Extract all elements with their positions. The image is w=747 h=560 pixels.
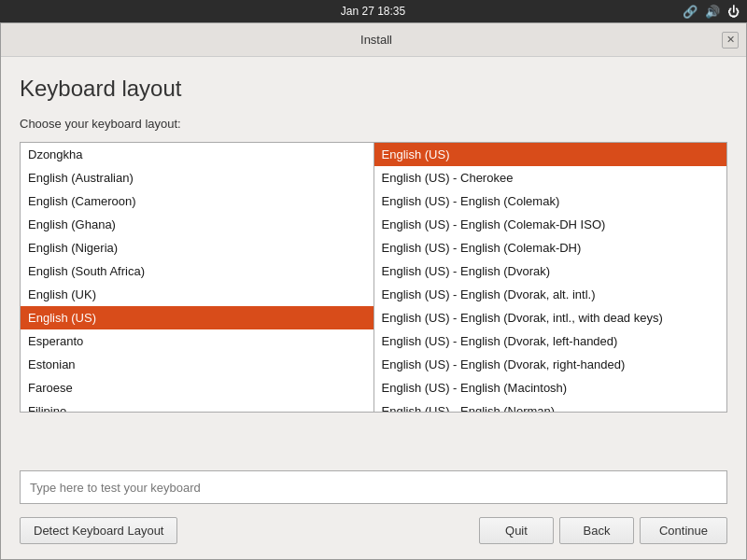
list-item[interactable]: Faroese — [21, 376, 374, 399]
list-item[interactable]: English (US) - English (Colemak) — [374, 189, 727, 213]
list-item[interactable]: English (US) — [374, 143, 727, 166]
window-title: Install — [31, 33, 722, 47]
top-bar-right: 🔗 🔊 ⏻ — [683, 5, 740, 19]
title-bar: Install ✕ — [1, 23, 746, 57]
language-list[interactable]: DzongkhaEnglish (Australian)English (Cam… — [20, 142, 374, 413]
list-item[interactable]: English (US) - Cherokee — [374, 166, 727, 189]
list-item[interactable]: English (US) - English (Dvorak, left-han… — [374, 329, 727, 353]
list-item[interactable]: English (Ghana) — [21, 213, 374, 236]
list-item[interactable]: English (US) - English (Dvorak) — [374, 259, 727, 283]
list-item[interactable]: Estonian — [21, 353, 374, 376]
top-bar: Jan 27 18:35 🔗 🔊 ⏻ — [0, 0, 747, 22]
list-item[interactable]: English (US) - English (Colemak-DH ISO) — [374, 213, 727, 236]
subtitle: Choose your keyboard layout: — [20, 117, 727, 131]
quit-button[interactable]: Quit — [479, 517, 554, 544]
top-bar-datetime: Jan 27 18:35 — [341, 5, 405, 18]
detect-keyboard-button[interactable]: Detect Keyboard Layout — [20, 517, 177, 544]
back-button[interactable]: Back — [559, 517, 634, 544]
list-item[interactable]: Filipino — [21, 399, 374, 413]
continue-button[interactable]: Continue — [640, 517, 727, 544]
bottom-row: Detect Keyboard Layout Quit Back Continu… — [20, 517, 727, 544]
list-item[interactable]: English (US) - English (Colemak-DH) — [374, 236, 727, 259]
list-item[interactable]: English (Cameroon) — [21, 189, 374, 213]
close-button[interactable]: ✕ — [722, 32, 739, 49]
network-icon[interactable]: 🔗 — [683, 5, 698, 19]
nav-buttons: Quit Back Continue — [479, 517, 727, 544]
list-item[interactable]: English (UK) — [21, 283, 374, 306]
list-item[interactable]: English (US) - English (Norman) — [374, 399, 727, 413]
list-item[interactable]: English (Nigeria) — [21, 236, 374, 259]
lists-container: DzongkhaEnglish (Australian)English (Cam… — [20, 142, 727, 459]
list-item[interactable]: English (South Africa) — [21, 259, 374, 283]
list-item[interactable]: English (US) - English (Dvorak, intl., w… — [374, 306, 727, 329]
page-title: Keyboard layout — [20, 76, 727, 102]
power-icon[interactable]: ⏻ — [727, 5, 740, 19]
test-input-container — [20, 470, 727, 504]
keyboard-test-input[interactable] — [20, 470, 727, 504]
install-window: Install ✕ Keyboard layout Choose your ke… — [0, 22, 747, 560]
volume-icon[interactable]: 🔊 — [705, 5, 720, 19]
variant-list[interactable]: English (US)English (US) - CherokeeEngli… — [374, 142, 728, 413]
list-item[interactable]: Dzongkha — [21, 143, 374, 166]
list-item[interactable]: English (US) - English (Dvorak, right-ha… — [374, 353, 727, 376]
list-item[interactable]: English (US) — [21, 306, 374, 329]
list-item[interactable]: English (US) - English (Macintosh) — [374, 376, 727, 399]
list-item[interactable]: Esperanto — [21, 329, 374, 353]
content-area: Keyboard layout Choose your keyboard lay… — [1, 57, 746, 559]
list-item[interactable]: English (Australian) — [21, 166, 374, 189]
list-item[interactable]: English (US) - English (Dvorak, alt. int… — [374, 283, 727, 306]
